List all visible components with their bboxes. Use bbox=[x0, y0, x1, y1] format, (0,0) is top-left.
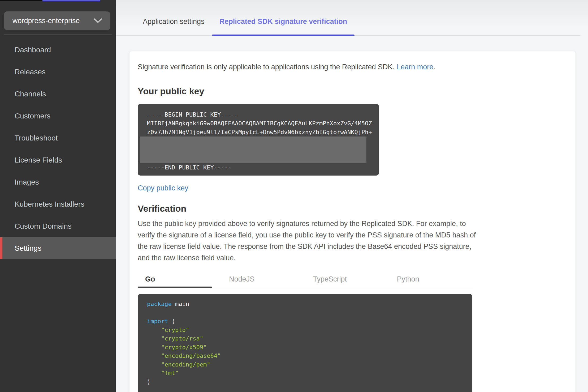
tab-replicated-sdk-signature-verification[interactable]: Replicated SDK signature verification bbox=[212, 8, 355, 36]
pem-line: -----BEGIN PUBLIC KEY----- bbox=[147, 110, 370, 119]
verification-heading: Verification bbox=[138, 203, 567, 214]
main-content: Application settingsReplicated SDK signa… bbox=[116, 0, 588, 392]
sidebar-item-customers[interactable]: Customers bbox=[0, 105, 116, 127]
public-key-heading: Your public key bbox=[138, 86, 567, 96]
app-selector-dropdown[interactable]: wordpress-enterprise bbox=[4, 11, 110, 30]
go-code-line: import ( bbox=[147, 317, 463, 326]
sidebar-item-kubernetes-installers[interactable]: Kubernetes Installers bbox=[0, 193, 116, 215]
sidebar: wordpress-enterprise DashboardReleasesCh… bbox=[0, 0, 116, 392]
language-tab-python[interactable]: Python bbox=[390, 271, 473, 288]
sidebar-item-custom-domains[interactable]: Custom Domains bbox=[0, 215, 116, 237]
app-selector-label: wordpress-enterprise bbox=[12, 17, 80, 25]
language-tab-go[interactable]: Go bbox=[138, 271, 222, 288]
go-code-line: package main bbox=[147, 300, 463, 309]
go-code-line: "fmt" bbox=[147, 369, 463, 378]
go-code-line: ) bbox=[147, 378, 463, 386]
redacted-key-region bbox=[140, 137, 366, 163]
sidebar-item-troubleshoot[interactable]: Troubleshoot bbox=[0, 127, 116, 149]
sidebar-divider bbox=[4, 34, 112, 35]
chevron-down-icon bbox=[93, 18, 102, 23]
sidebar-item-releases[interactable]: Releases bbox=[0, 61, 116, 83]
go-code-line: "encoding/base64" bbox=[147, 352, 463, 360]
language-tabs: GoNodeJSTypeScriptPython bbox=[138, 271, 473, 288]
top-accent-strip bbox=[0, 0, 588, 1]
go-code-line: "crypto/rsa" bbox=[147, 334, 463, 343]
pem-block: -----BEGIN PUBLIC KEY-----MIIBIjANBgkqhk… bbox=[138, 104, 379, 176]
top-strip-black-segment bbox=[0, 0, 42, 1]
go-code-line: "crypto" bbox=[147, 326, 463, 335]
language-tab-nodejs[interactable]: NodeJS bbox=[222, 271, 305, 288]
tab-application-settings[interactable]: Application settings bbox=[135, 8, 212, 36]
sidebar-item-license-fields[interactable]: License Fields bbox=[0, 149, 116, 171]
copy-public-key-link[interactable]: Copy public key bbox=[138, 184, 188, 192]
sidebar-item-images[interactable]: Images bbox=[0, 171, 116, 193]
go-code-line: "encoding/pem" bbox=[147, 360, 463, 369]
go-code-line: "crypto/x509" bbox=[147, 343, 463, 352]
go-code-block: package main import ( "crypto" "crypto/r… bbox=[138, 294, 472, 392]
pem-line: MIIBIjANBgkqhkiG9w0BAQEFAAOCAQ8AMIIBCgKC… bbox=[147, 119, 370, 128]
intro-text: Signature verification is only applicabl… bbox=[138, 63, 567, 71]
sidebar-item-channels[interactable]: Channels bbox=[0, 83, 116, 105]
pem-line: z0v7Jh7M1NgV1joeu9l1/IaCPsMpyIcL+Dnw5Pdv… bbox=[147, 128, 370, 137]
sidebar-item-dashboard[interactable]: Dashboard bbox=[0, 39, 116, 61]
intro-after-link: . bbox=[433, 63, 435, 71]
language-tab-typescript[interactable]: TypeScript bbox=[306, 271, 390, 288]
intro-before-link: Signature verification is only applicabl… bbox=[138, 63, 395, 71]
settings-card: Signature verification is only applicabl… bbox=[129, 51, 576, 392]
header-tabs: Application settingsReplicated SDK signa… bbox=[116, 0, 580, 36]
pem-line-end: -----END PUBLIC KEY----- bbox=[147, 163, 370, 172]
verification-description: Use the public key provided above to ver… bbox=[138, 218, 479, 264]
top-strip-indigo-segment bbox=[42, 0, 100, 1]
go-code-line bbox=[147, 309, 463, 317]
learn-more-link[interactable]: Learn more bbox=[397, 63, 433, 71]
sidebar-nav: DashboardReleasesChannelsCustomersTroubl… bbox=[0, 39, 116, 259]
sidebar-item-settings[interactable]: Settings bbox=[0, 237, 116, 259]
